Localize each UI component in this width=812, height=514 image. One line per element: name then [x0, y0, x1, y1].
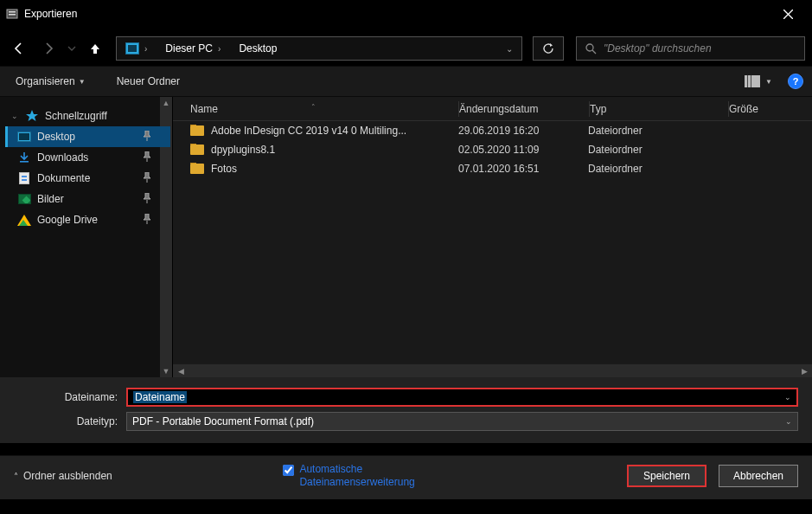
sidebar-item-desktop[interactable]: Desktop	[5, 126, 170, 147]
app-icon	[5, 8, 19, 20]
table-row[interactable]: Adobe InDesign CC 2019 v14 0 Multiling..…	[173, 121, 812, 140]
column-header-size[interactable]: Größe	[729, 103, 781, 115]
breadcrumb-label: Dieser PC	[165, 42, 213, 55]
search-input[interactable]: "Desktop" durchsuchen	[576, 36, 805, 61]
sidebar: ▲ ▼ ⌄ Schnellzugriff Desktop Downloads	[0, 97, 173, 377]
scroll-right-icon[interactable]: ▶	[796, 367, 812, 376]
scroll-left-icon[interactable]: ◀	[173, 367, 189, 376]
pin-icon	[143, 172, 151, 185]
chevron-down-icon[interactable]: ⌄	[785, 417, 792, 426]
sort-indicator-icon: ˄	[311, 103, 316, 112]
chevron-up-icon: ˄	[14, 472, 18, 481]
breadcrumb-root[interactable]: ›	[117, 37, 157, 60]
computer-icon	[125, 42, 139, 55]
recent-dropdown[interactable]	[66, 36, 78, 61]
file-rows: Adobe InDesign CC 2019 v14 0 Multiling..…	[173, 121, 812, 363]
view-icon	[745, 75, 760, 87]
star-icon	[25, 110, 39, 122]
breadcrumb-dropdown[interactable]: ⌄	[497, 44, 521, 54]
pin-icon	[143, 151, 151, 164]
pin-icon	[143, 193, 151, 206]
file-list: Name ˄ Änderungsdatum Typ Größe Adobe In…	[173, 97, 812, 377]
close-button[interactable]	[770, 2, 805, 26]
chevron-right-icon: ›	[144, 44, 147, 54]
save-button[interactable]: Speichern	[627, 465, 707, 487]
sidebar-item-quickaccess[interactable]: ⌄ Schnellzugriff	[5, 106, 170, 126]
filename-input[interactable]: Dateiname ⌄	[126, 388, 798, 407]
svg-rect-2	[9, 14, 16, 16]
sidebar-label: Desktop	[37, 131, 75, 143]
search-icon	[585, 43, 597, 55]
document-icon	[19, 172, 29, 184]
hide-folders-button[interactable]: ˄ Ordner ausblenden	[14, 470, 112, 482]
sidebar-item-downloads[interactable]: Downloads	[5, 147, 170, 168]
search-placeholder: "Desktop" durchsuchen	[604, 42, 712, 55]
download-icon	[17, 151, 31, 164]
svg-rect-1	[9, 11, 16, 13]
scroll-down-icon[interactable]: ▼	[160, 365, 172, 377]
up-button[interactable]	[83, 36, 107, 61]
filename-label: Dateiname:	[14, 391, 126, 403]
google-drive-icon	[17, 215, 31, 226]
back-button[interactable]	[7, 36, 31, 61]
chevron-down-icon: ▼	[765, 78, 772, 86]
breadcrumb[interactable]: › Dieser PC › Desktop ⌄	[116, 36, 522, 61]
filetype-select[interactable]: PDF - Portable Document Format (.pdf) ⌄	[126, 412, 798, 431]
cancel-button[interactable]: Abbrechen	[719, 465, 798, 487]
table-row[interactable]: Fotos 07.01.2020 16:51 Dateiordner	[173, 159, 812, 178]
help-button[interactable]: ?	[788, 74, 803, 89]
organize-button[interactable]: Organisieren ▼	[9, 72, 93, 91]
refresh-button[interactable]	[533, 36, 564, 61]
sidebar-item-pictures[interactable]: Bilder	[5, 189, 170, 209]
toolbar: Organisieren ▼ Neuer Ordner ▼ ?	[0, 66, 812, 97]
svg-point-5	[586, 44, 593, 51]
pin-icon	[143, 131, 151, 144]
chevron-down-icon: ▼	[79, 78, 86, 86]
svg-rect-7	[20, 161, 29, 163]
column-header-type[interactable]: Typ	[590, 103, 728, 115]
svg-line-6	[592, 50, 596, 54]
filetype-label: Dateityp:	[14, 415, 126, 427]
auto-extension-input[interactable]	[283, 465, 294, 476]
footer: ˄ Ordner ausblenden Automatische Dateina…	[0, 455, 812, 499]
breadcrumb-seg-desktop[interactable]: Desktop	[230, 37, 286, 60]
folder-icon	[190, 164, 204, 174]
chevron-right-icon: ›	[218, 44, 221, 54]
main-pane: ▲ ▼ ⌄ Schnellzugriff Desktop Downloads	[0, 97, 812, 377]
folder-icon	[190, 125, 204, 136]
sidebar-label: Bilder	[37, 193, 64, 205]
auto-extension-checkbox[interactable]: Automatische Dateinamenserweiterung	[283, 463, 456, 489]
column-header-name[interactable]: Name ˄	[173, 103, 458, 115]
sidebar-item-documents[interactable]: Dokumente	[5, 168, 170, 189]
new-folder-button[interactable]: Neuer Ordner	[110, 72, 187, 91]
sidebar-item-gdrive[interactable]: Google Drive	[5, 209, 170, 230]
desktop-icon	[17, 132, 31, 142]
sidebar-label: Google Drive	[37, 214, 98, 226]
folder-icon	[190, 145, 204, 155]
table-row[interactable]: dpyplugins8.1 02.05.2020 11:09 Dateiordn…	[173, 140, 812, 159]
column-header-date[interactable]: Änderungsdatum	[459, 103, 589, 115]
filetype-value: PDF - Portable Document Format (.pdf)	[132, 415, 314, 427]
forward-button[interactable]	[36, 36, 61, 61]
view-options-button[interactable]: ▼	[739, 74, 777, 89]
expander-icon[interactable]: ⌄	[10, 112, 19, 120]
breadcrumb-seg-thispc[interactable]: Dieser PC ›	[157, 37, 230, 60]
breadcrumb-label: Desktop	[239, 42, 277, 55]
bottom-form: Dateiname: Dateiname ⌄ Dateityp: PDF - P…	[0, 377, 812, 443]
chevron-down-icon[interactable]: ⌄	[784, 393, 791, 402]
sidebar-label: Dokumente	[37, 172, 90, 184]
sidebar-label: Schnellzugriff	[45, 110, 107, 122]
filename-value: Dateiname	[133, 391, 187, 403]
pin-icon	[143, 214, 151, 227]
titlebar: Exportieren	[0, 0, 812, 28]
column-headers: Name ˄ Änderungsdatum Typ Größe	[173, 97, 812, 121]
horizontal-scrollbar[interactable]: ◀ ▶	[173, 363, 812, 377]
pictures-icon	[18, 194, 31, 204]
window-title: Exportieren	[24, 8, 77, 20]
sidebar-label: Downloads	[37, 151, 88, 164]
nav-row: › Dieser PC › Desktop ⌄ "Desktop" durchs…	[0, 31, 812, 66]
